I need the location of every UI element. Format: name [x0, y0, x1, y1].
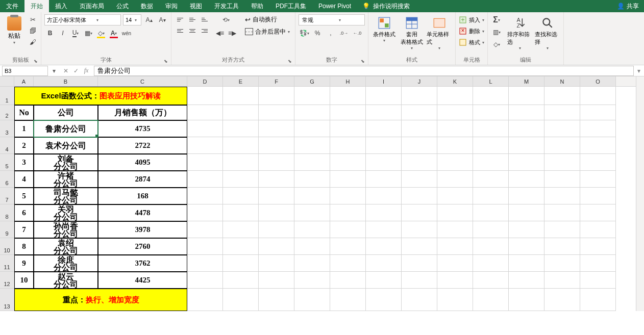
cell-no[interactable]: 4 [14, 171, 34, 188]
table-format-button[interactable]: 套用 表格格式▾ [399, 14, 425, 50]
table-header[interactable]: No [14, 105, 34, 120]
cell[interactable] [259, 238, 294, 255]
cell[interactable] [259, 137, 294, 154]
cell[interactable] [402, 154, 437, 171]
cell[interactable] [366, 272, 402, 289]
dialog-launcher-icon[interactable]: ⬊ [361, 59, 365, 64]
cell[interactable] [544, 238, 580, 255]
dialog-launcher-icon[interactable]: ⬊ [34, 59, 38, 64]
cell[interactable] [259, 154, 294, 171]
cell[interactable] [509, 171, 544, 188]
cell[interactable] [580, 272, 616, 289]
note-cell[interactable]: 重点：换行、增加宽度 [14, 289, 187, 311]
cell[interactable] [580, 87, 616, 105]
cell[interactable] [437, 137, 473, 154]
cell[interactable] [544, 272, 580, 289]
cell[interactable] [223, 105, 259, 120]
align-bottom-button[interactable] [199, 14, 210, 24]
cell-value[interactable]: 2874 [98, 171, 187, 188]
cell[interactable] [437, 120, 473, 137]
cell-value[interactable]: 4478 [98, 204, 187, 221]
format-painter-button[interactable]: 🖌 [28, 37, 38, 47]
cell[interactable] [509, 105, 544, 120]
cell[interactable] [437, 238, 473, 255]
row-header-9[interactable]: 9 [0, 221, 14, 238]
cell[interactable] [330, 137, 366, 154]
tab-data[interactable]: 数据 [135, 0, 159, 13]
increase-indent-button[interactable]: ≡▶ [227, 28, 238, 39]
cell[interactable] [402, 87, 437, 105]
orientation-button[interactable]: ⟲▾ [214, 14, 238, 25]
cell[interactable] [544, 171, 580, 188]
table-header[interactable]: 月销售额（万） [98, 105, 187, 120]
row-header-10[interactable]: 10 [0, 238, 14, 255]
cell[interactable] [294, 188, 330, 204]
cell[interactable] [330, 238, 366, 255]
cell[interactable] [366, 255, 402, 272]
cell-company[interactable]: 许褚 分公司 [34, 171, 98, 188]
cell[interactable] [223, 238, 259, 255]
cell[interactable] [330, 289, 366, 311]
cell[interactable] [509, 154, 544, 171]
cell[interactable] [402, 221, 437, 238]
cell[interactable] [509, 221, 544, 238]
cell-company[interactable]: 关羽 分公司 [34, 204, 98, 221]
cell[interactable] [544, 255, 580, 272]
cell[interactable] [580, 171, 616, 188]
formula-expand-button[interactable]: ▾ [634, 67, 644, 74]
cell[interactable] [259, 120, 294, 137]
tab-pdf[interactable]: PDF工具集 [269, 0, 312, 13]
cell-style-button[interactable]: 单元格样式▾ [427, 14, 452, 50]
cell-company[interactable]: 徐庶 分公司 [34, 255, 98, 272]
name-box-dropdown[interactable]: ▾ [50, 67, 58, 74]
cell[interactable] [402, 137, 437, 154]
decrease-font-button[interactable]: A▾ [157, 14, 168, 25]
wrap-text-button[interactable]: ↩ 自动换行 [243, 14, 292, 24]
cell[interactable] [187, 289, 223, 311]
format-cells-button[interactable]: 格式▾ [459, 37, 484, 48]
font-color-button[interactable]: A▾ [108, 28, 119, 39]
cell[interactable] [473, 289, 509, 311]
cell[interactable] [330, 105, 366, 120]
cell[interactable] [544, 204, 580, 221]
font-family-select[interactable]: 方正小标宋简体▾ [44, 14, 121, 25]
cell[interactable] [402, 188, 437, 204]
cell[interactable] [366, 221, 402, 238]
cell[interactable] [509, 137, 544, 154]
cell[interactable] [187, 120, 223, 137]
cell-company[interactable]: 鲁肃分公司 [34, 120, 98, 137]
share-button[interactable]: 👤 共享 [612, 2, 644, 11]
cell[interactable] [330, 255, 366, 272]
decrease-indent-button[interactable]: ◀≡ [214, 28, 226, 39]
cell[interactable] [223, 188, 259, 204]
cell[interactable] [366, 238, 402, 255]
cell[interactable] [580, 154, 616, 171]
decrease-decimal-button[interactable]: ←.0 [352, 28, 363, 39]
cell[interactable] [294, 289, 330, 311]
cell[interactable] [366, 120, 402, 137]
cell[interactable] [366, 105, 402, 120]
bold-button[interactable]: B [44, 28, 56, 39]
cell[interactable] [294, 171, 330, 188]
underline-button[interactable]: U▾ [70, 28, 81, 39]
cell-no[interactable]: 5 [14, 188, 34, 204]
cell[interactable] [223, 171, 259, 188]
cell[interactable] [544, 87, 580, 105]
cell[interactable] [437, 188, 473, 204]
cell[interactable] [402, 204, 437, 221]
cell[interactable] [294, 105, 330, 120]
cell[interactable] [544, 120, 580, 137]
cell[interactable] [473, 188, 509, 204]
cell[interactable] [473, 255, 509, 272]
tab-help[interactable]: 帮助 [245, 0, 269, 13]
align-middle-button[interactable] [187, 14, 198, 24]
cell-value[interactable]: 3762 [98, 255, 187, 272]
cell[interactable] [223, 87, 259, 105]
cell-company[interactable]: 袁绍 分公司 [34, 238, 98, 255]
cell[interactable] [366, 87, 402, 105]
formula-input[interactable]: 鲁肃分公司 [94, 66, 634, 76]
cut-button[interactable]: ✂ [28, 14, 38, 24]
tab-file[interactable]: 文件 [0, 0, 24, 13]
row-header-3[interactable]: 3 [0, 120, 14, 137]
tell-me-search[interactable]: 💡 操作说明搜索 [357, 2, 415, 11]
